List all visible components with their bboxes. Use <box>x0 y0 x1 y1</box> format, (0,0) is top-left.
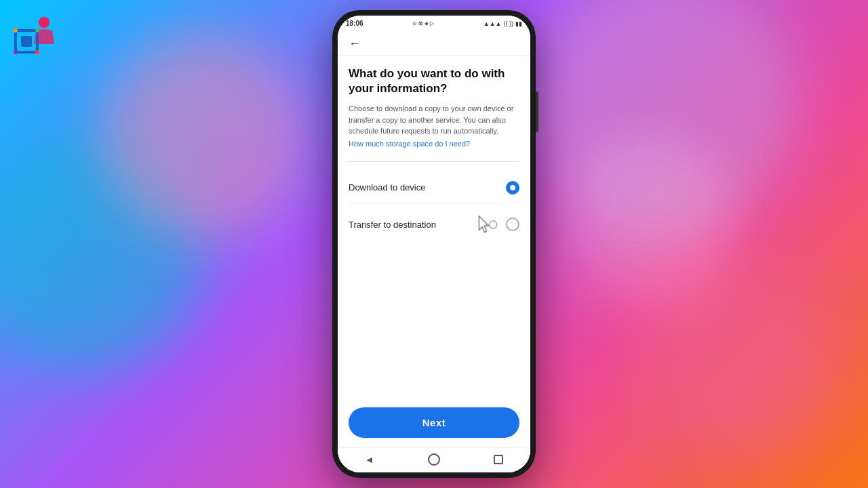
radio-download[interactable] <box>506 181 519 195</box>
wifi-icon: ((·)) <box>503 20 513 27</box>
status-time: 18:06 <box>346 20 363 27</box>
signal-icon: ▲▲▲ <box>484 20 502 27</box>
blob-decoration-white <box>563 136 732 305</box>
battery-icon: ▮▮ <box>515 20 522 27</box>
option-download-label: Download to device <box>349 182 425 192</box>
option-transfer-label: Transfer to destination <box>349 220 436 230</box>
app-footer: Next <box>338 401 530 447</box>
notch: ⊙ ⊠ ◈ ▷ <box>412 20 435 26</box>
app-header: ← <box>338 30 530 56</box>
svg-point-6 <box>35 50 39 54</box>
transfer-right-area <box>475 213 519 237</box>
next-button[interactable]: Next <box>349 407 519 438</box>
svg-point-8 <box>490 221 497 228</box>
status-bar: 18:06 ⊙ ⊠ ◈ ▷ ▲▲▲ ((·)) ▮▮ <box>338 16 530 30</box>
status-icons: ▲▲▲ ((·)) ▮▮ <box>484 20 522 27</box>
radio-transfer[interactable] <box>506 218 519 231</box>
svg-point-5 <box>14 50 18 54</box>
svg-point-4 <box>35 28 39 33</box>
notification-icons: ⊙ ⊠ ◈ ▷ <box>412 20 435 26</box>
page-description: Choose to download a copy to your own de… <box>349 103 519 137</box>
svg-point-0 <box>39 17 50 28</box>
page-title: What do you want to do with your informa… <box>349 66 519 96</box>
phone-mockup: 18:06 ⊙ ⊠ ◈ ▷ ▲▲▲ ((·)) ▮▮ ← What <box>332 10 536 478</box>
app-body: What do you want to do with your informa… <box>338 56 530 401</box>
cursor-icon <box>475 213 502 237</box>
nav-home-button[interactable] <box>428 453 440 466</box>
navigation-bar: ◄ <box>338 447 530 472</box>
option-download-to-device[interactable]: Download to device <box>349 173 519 203</box>
side-button <box>536 92 538 132</box>
storage-link[interactable]: How much storage space do I need? <box>349 140 519 148</box>
back-button[interactable]: ← <box>349 37 361 51</box>
phone-frame: 18:06 ⊙ ⊠ ◈ ▷ ▲▲▲ ((·)) ▮▮ ← What <box>332 10 536 478</box>
phone-screen: 18:06 ⊙ ⊠ ◈ ▷ ▲▲▲ ((·)) ▮▮ ← What <box>338 16 530 472</box>
blob-decoration-pink <box>102 34 305 237</box>
option-transfer-to-destination[interactable]: Transfer to destination <box>349 203 519 246</box>
app-logo <box>10 10 64 64</box>
svg-rect-2 <box>21 36 32 47</box>
nav-recent-button[interactable] <box>494 455 503 464</box>
nav-back-button[interactable]: ◄ <box>365 454 374 465</box>
divider <box>349 161 519 162</box>
app-content: ← What do you want to do with your infor… <box>338 30 530 472</box>
svg-point-3 <box>14 28 18 33</box>
